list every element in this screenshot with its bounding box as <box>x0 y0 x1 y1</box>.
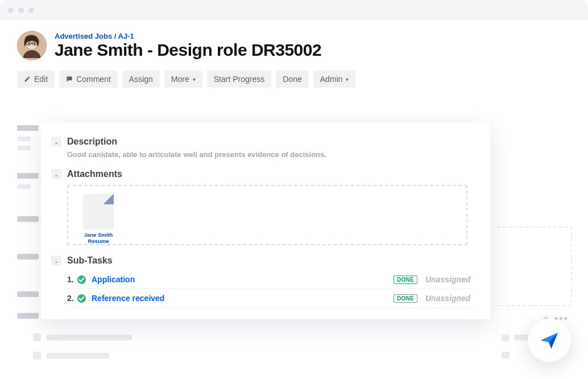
skeleton <box>33 352 41 360</box>
subtask-number: 2. <box>67 294 77 303</box>
subtask-link[interactable]: Reference received <box>92 294 164 303</box>
skeleton <box>17 137 31 141</box>
assignee-label: Unassigned <box>425 275 474 284</box>
chevron-down-icon: ▾ <box>346 76 349 83</box>
skeleton <box>502 352 510 359</box>
status-badge: DONE <box>394 275 417 284</box>
skeleton <box>17 125 39 131</box>
attachment-file-label: Jane Smith Resume <box>76 232 121 244</box>
collapse-toggle[interactable]: ⌄ <box>51 256 61 266</box>
skeleton <box>17 313 39 319</box>
skeleton <box>502 335 510 341</box>
skeleton <box>17 184 31 189</box>
attachments-section: ⌄ Attachments Jane Smith Resume <box>51 169 474 245</box>
skeleton <box>17 291 39 297</box>
description-body: Good canidate, able to articulate well a… <box>67 150 474 159</box>
issue-view: Advertised Jobs / AJ-1 Jane Smith - Desi… <box>0 20 588 373</box>
status-badge: DONE <box>394 294 417 303</box>
skeleton <box>17 254 39 259</box>
assign-button[interactable]: Assign <box>122 71 160 88</box>
chevron-down-icon: ⌄ <box>54 139 59 145</box>
document-icon <box>83 194 114 229</box>
chevron-down-icon: ▾ <box>193 76 196 83</box>
attachment-dropzone[interactable]: Jane Smith Resume <box>67 185 467 245</box>
placeholder-region <box>497 226 572 306</box>
collapse-toggle[interactable]: ⌄ <box>51 169 61 179</box>
breadcrumb[interactable]: Advertised Jobs / AJ-1 <box>55 32 321 40</box>
action-toolbar: Edit Comment Assign More▾ Start Progress… <box>17 71 571 88</box>
section-title: Attachments <box>67 169 122 179</box>
subtask-link[interactable]: Application <box>92 275 135 284</box>
skeleton <box>47 353 109 359</box>
skeleton <box>17 173 39 179</box>
svg-point-2 <box>28 42 30 44</box>
comment-icon <box>66 76 73 83</box>
subtask-row[interactable]: 2. Reference received DONE Unassigned <box>67 289 474 308</box>
skeleton <box>47 335 132 340</box>
subtask-number: 1. <box>67 275 77 284</box>
window-maximize-icon[interactable] <box>28 7 34 13</box>
window-chrome <box>0 0 588 20</box>
subtasks-section: ⌄ Sub-Tasks 1. Application DONE Unassign… <box>51 256 474 308</box>
description-section: ⌄ Description Good canidate, able to art… <box>51 137 474 159</box>
subtask-row[interactable]: 1. Application DONE Unassigned <box>67 270 474 289</box>
check-icon <box>77 275 86 284</box>
start-progress-button[interactable]: Start Progress <box>207 71 271 88</box>
issue-header: Advertised Jobs / AJ-1 Jane Smith - Desi… <box>17 31 571 60</box>
attachment-file[interactable]: Jane Smith Resume <box>76 194 121 244</box>
admin-button[interactable]: Admin▾ <box>313 71 356 88</box>
avatar[interactable] <box>17 31 47 60</box>
done-button[interactable]: Done <box>276 71 308 88</box>
skeleton <box>17 146 31 150</box>
issue-detail-card: ⌄ Description Good canidate, able to art… <box>41 123 490 319</box>
check-icon <box>77 294 86 303</box>
section-title: Sub-Tasks <box>67 256 113 266</box>
chevron-down-icon: ⌄ <box>54 171 59 178</box>
window-minimize-icon[interactable] <box>18 7 24 13</box>
comment-button[interactable]: Comment <box>59 71 118 88</box>
pencil-icon <box>24 76 31 83</box>
skeleton <box>17 216 39 222</box>
assignee-label: Unassigned <box>425 294 474 303</box>
app-launcher-badge[interactable] <box>528 319 571 362</box>
collapse-toggle[interactable]: ⌄ <box>51 137 61 147</box>
svg-point-3 <box>34 42 35 44</box>
chevron-down-icon: ⌄ <box>54 258 59 264</box>
section-title: Description <box>67 137 117 147</box>
page-title: Jane Smith - Design role DR35002 <box>55 40 321 60</box>
more-button[interactable]: More▾ <box>164 71 202 88</box>
paper-plane-icon <box>538 329 561 352</box>
skeleton <box>33 333 41 341</box>
window-close-icon[interactable] <box>8 7 14 13</box>
edit-button[interactable]: Edit <box>17 71 55 88</box>
